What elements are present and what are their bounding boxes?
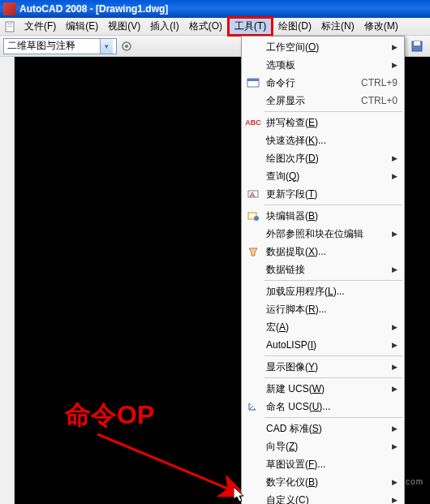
blank-icon: [245, 439, 261, 454]
svg-point-4: [125, 45, 128, 48]
annotation-text: 命令OP: [65, 398, 154, 433]
submenu-arrow-icon: ▶: [392, 442, 398, 450]
menu-item[interactable]: 数字化仪(B)▶: [242, 473, 404, 491]
menu-item-label: AutoLISP(I): [266, 339, 387, 351]
menu-insert[interactable]: 插入(I): [145, 18, 183, 35]
submenu-arrow-icon: ▶: [392, 154, 398, 162]
menu-dim[interactable]: 标注(N): [316, 18, 359, 35]
svg-rect-9: [247, 79, 259, 81]
svg-rect-2: [7, 26, 12, 27]
menu-item-label: 命名 UCS(U)...: [266, 400, 398, 414]
menu-item-label: 数据提取(X)...: [266, 245, 398, 259]
menu-separator: [264, 280, 402, 281]
menu-file[interactable]: 文件(F): [19, 18, 61, 35]
blank-icon: [245, 169, 261, 183]
extract-icon: [245, 244, 261, 259]
chevron-down-icon[interactable]: ▾: [100, 39, 113, 54]
submenu-arrow-icon: ▶: [392, 424, 398, 433]
menu-item[interactable]: 命令行CTRL+9: [242, 74, 404, 92]
menu-item-label: 数据链接: [266, 263, 387, 277]
menu-item-label: 加载应用程序(L)...: [266, 285, 398, 299]
menu-item[interactable]: 选项板▶: [242, 56, 404, 74]
menu-item[interactable]: 自定义(C)▶: [242, 491, 404, 504]
menu-item[interactable]: 运行脚本(R)...: [242, 300, 404, 318]
document-icon[interactable]: [5, 21, 16, 32]
menu-item-label: 块编辑器(B): [266, 209, 398, 223]
menu-shortcut: CTRL+9: [361, 77, 398, 88]
menu-item-label: 更新字段(T): [266, 187, 398, 201]
menu-item[interactable]: 向导(Z)▶: [242, 437, 404, 455]
svg-rect-1: [7, 24, 12, 24]
menu-item[interactable]: 查询(Q)▶: [242, 167, 404, 185]
menu-item[interactable]: ABC拼写检查(E): [242, 114, 404, 131]
menu-edit[interactable]: 编辑(E): [61, 18, 103, 35]
submenu-arrow-icon: ▶: [392, 43, 398, 51]
tool-save-icon[interactable]: [408, 37, 426, 55]
menu-tools[interactable]: 工具(T): [227, 16, 273, 37]
submenu-arrow-icon: ▶: [392, 61, 398, 69]
blank-icon: [245, 262, 261, 277]
menu-item[interactable]: 宏(A)▶: [242, 318, 404, 336]
menu-item-label: 拼写检查(E): [266, 116, 398, 130]
menu-item-label: 新建 UCS(W): [266, 382, 387, 396]
svg-point-12: [254, 216, 259, 221]
menu-item[interactable]: 外部参照和块在位编辑▶: [242, 225, 404, 243]
menu-item-label: 工作空间(O): [266, 41, 387, 54]
submenu-arrow-icon: ▶: [392, 496, 398, 504]
blank-icon: [245, 40, 261, 54]
menu-item[interactable]: 全屏显示CTRL+0: [242, 92, 404, 110]
tool-gear-icon[interactable]: [118, 37, 135, 55]
menu-item[interactable]: 更新字段(T): [242, 185, 404, 203]
submenu-arrow-icon: ▶: [392, 172, 398, 180]
menu-separator: [264, 205, 402, 205]
menu-item[interactable]: 加载应用程序(L)...: [242, 282, 404, 300]
side-panel-label: 设计中心: [0, 491, 14, 504]
menu-item-label: 快速选择(K)...: [266, 134, 398, 148]
menu-item-label: 绘图次序(D): [266, 152, 387, 166]
title-bar: AutoCAD 2008 - [Drawing1.dwg]: [0, 0, 430, 18]
blank-icon: [245, 151, 261, 166]
blank-icon: [245, 381, 261, 396]
menu-item[interactable]: 快速选择(K)...: [242, 131, 404, 149]
menu-item-label: 自定义(C): [266, 493, 387, 505]
submenu-arrow-icon: ▶: [392, 230, 398, 238]
menu-item[interactable]: 绘图次序(D)▶: [242, 149, 404, 167]
menu-item[interactable]: 数据链接▶: [242, 261, 404, 278]
menu-item-label: 外部参照和块在位编辑: [266, 227, 387, 241]
menu-modify[interactable]: 修改(M): [359, 18, 403, 35]
menu-item[interactable]: 显示图像(Y)▶: [242, 358, 404, 376]
menu-item-label: 命令行: [266, 76, 361, 90]
menu-item[interactable]: CAD 标准(S)▶: [242, 420, 404, 437]
menu-format[interactable]: 格式(O): [184, 18, 227, 35]
ucs-icon: [245, 399, 261, 414]
menu-item[interactable]: 新建 UCS(W)▶: [242, 380, 404, 398]
submenu-arrow-icon: ▶: [392, 478, 398, 486]
menu-separator: [264, 377, 402, 378]
blank-icon: [245, 58, 261, 72]
menu-item[interactable]: AutoLISP(I)▶: [242, 336, 404, 354]
blank-icon: [245, 284, 261, 299]
menu-item-label: 选项板: [266, 58, 387, 72]
menu-item[interactable]: 数据提取(X)...: [242, 243, 404, 261]
workspace-combo[interactable]: 二维草图与注释 ▾: [3, 38, 117, 54]
menu-bar: 文件(F) 编辑(E) 视图(V) 插入(I) 格式(O) 工具(T) 绘图(D…: [0, 18, 430, 36]
menu-item-label: 草图设置(F)...: [266, 458, 398, 472]
menu-item-label: 数字化仪(B): [266, 476, 387, 489]
submenu-arrow-icon: ▶: [392, 385, 398, 393]
menu-item[interactable]: 块编辑器(B): [242, 207, 404, 225]
menu-item[interactable]: 草图设置(F)...: [242, 455, 404, 473]
menu-draw[interactable]: 绘图(D): [273, 18, 316, 35]
blank-icon: [245, 338, 261, 352]
blank-icon: [245, 457, 261, 472]
menu-shortcut: CTRL+0: [361, 95, 398, 106]
submenu-arrow-icon: ▶: [392, 323, 398, 331]
menu-item[interactable]: 命名 UCS(U)...: [242, 398, 404, 416]
menu-view[interactable]: 视图(V): [103, 18, 145, 35]
submenu-arrow-icon: ▶: [392, 341, 398, 349]
app-icon: [3, 2, 16, 15]
submenu-arrow-icon: ▶: [392, 265, 398, 274]
menu-item[interactable]: 工作空间(O)▶: [242, 38, 404, 56]
blank-icon: [245, 302, 261, 317]
side-panel[interactable]: 设计中心: [0, 57, 15, 504]
menu-separator: [264, 111, 402, 112]
